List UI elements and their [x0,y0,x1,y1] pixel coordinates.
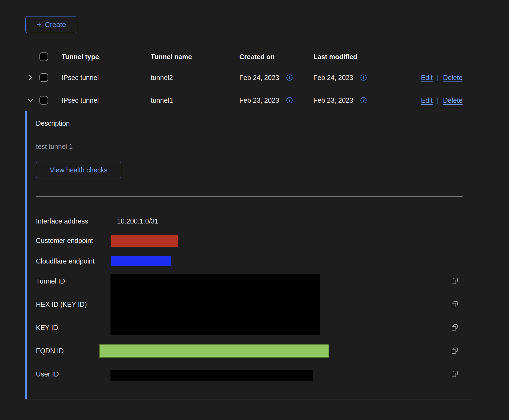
expanded-tunnel-detail-panel: Description test tunnel 1 View health ch… [25,111,471,399]
copy-user-id-icon[interactable] [451,370,459,378]
header-tunnel-type: Tunnel type [62,53,99,61]
user-id-label: User ID [36,370,59,378]
table-row-tunnel1: IPsec tunnel tunnel1 Feb 23, 2023 Feb 23… [21,89,471,111]
header-created-on: Created on [239,53,275,61]
copy-tunnel-id-icon[interactable] [451,277,459,285]
tunnel-type-cell: IPsec tunnel [62,96,99,104]
cloudflare-endpoint-redacted-value [111,256,171,266]
delete-link[interactable]: Delete [443,96,463,104]
delete-link[interactable]: Delete [443,74,463,81]
tunnel-name-cell: tunnel1 [151,96,173,104]
info-icon[interactable] [286,97,293,104]
table-row-tunnel2: IPsec tunnel tunnel2 Feb 24, 2023 Feb 24… [21,66,471,89]
copy-key-id-icon[interactable] [451,324,459,332]
info-icon[interactable] [360,97,367,104]
tunnel-name-cell: tunnel2 [151,74,173,81]
user-id-redacted-value [110,370,313,381]
interface-address-label: Interface address [36,217,88,225]
fqdn-id-redacted-value [99,344,329,358]
hex-id-label: HEX ID (KEY ID) [36,300,87,308]
edit-link[interactable]: Edit [421,74,433,81]
last-modified-cell: Feb 23, 2023 [313,96,353,104]
description-value: test tunnel 1 [36,143,73,151]
row-checkbox-tunnel2[interactable] [39,73,48,82]
create-button[interactable]: + Create [25,16,77,33]
info-icon[interactable] [286,74,293,81]
tunnels-page: + Create Tunnel type Tunnel name Created… [0,0,509,420]
copy-fqdn-id-icon[interactable] [451,347,459,355]
create-button-label: Create [45,21,66,29]
info-icon[interactable] [360,74,367,81]
id-values-redacted-block [110,274,320,335]
customer-endpoint-redacted-value [111,235,178,247]
panel-divider [36,196,463,196]
copy-hex-id-icon[interactable] [451,300,459,308]
interface-address-value: 10.200.1.0/31 [117,217,158,225]
action-separator: | [437,74,439,81]
header-last-modified: Last modified [313,53,357,61]
tunnel-type-cell: IPsec tunnel [62,74,99,81]
last-modified-cell: Feb 24, 2023 [313,74,353,81]
created-on-cell: Feb 23, 2023 [239,96,279,104]
table-header-row: Tunnel type Tunnel name Created on Last … [21,48,471,66]
cloudflare-endpoint-label: Cloudflare endpoint [36,257,95,265]
description-label: Description [36,119,70,127]
view-health-checks-button[interactable]: View health checks [36,162,121,178]
customer-endpoint-label: Customer endpoint [36,236,93,245]
select-all-checkbox[interactable] [39,52,48,61]
view-health-checks-label: View health checks [50,166,108,174]
collapse-chevron-down-icon[interactable] [26,96,34,104]
plus-icon: + [37,20,42,29]
created-on-cell: Feb 24, 2023 [239,74,279,81]
action-separator: | [437,96,439,104]
expand-chevron-right-icon[interactable] [26,74,34,81]
edit-link[interactable]: Edit [421,96,433,104]
fqdn-id-label: FQDN ID [36,347,64,355]
tunnel-id-label: Tunnel ID [36,277,65,285]
header-tunnel-name: Tunnel name [151,53,192,61]
key-id-label: KEY ID [36,324,58,332]
row-checkbox-tunnel1[interactable] [39,96,48,105]
